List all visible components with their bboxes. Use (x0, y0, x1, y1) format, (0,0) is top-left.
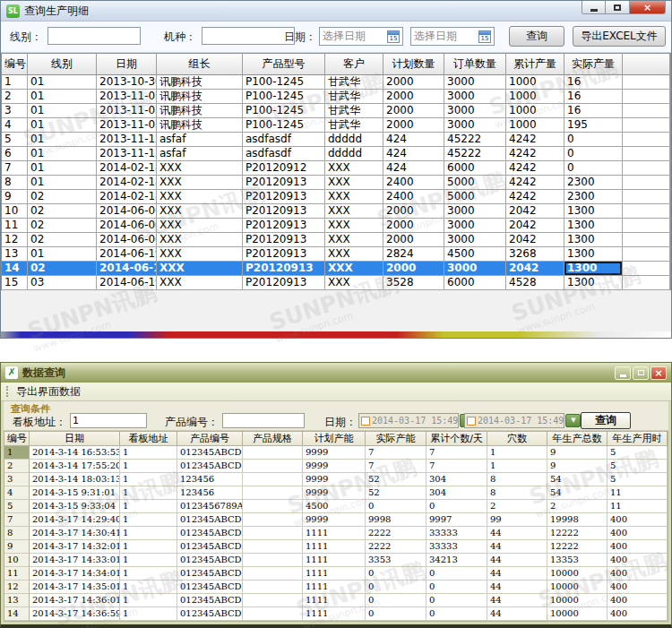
table-cell[interactable]: 7 (426, 460, 487, 473)
table-cell[interactable]: XXX (325, 276, 383, 290)
table-cell[interactable]: 7 (2, 161, 28, 176)
table-cell[interactable]: 13353 (547, 554, 607, 567)
table-cell[interactable]: 1 (120, 581, 177, 594)
table-cell[interactable]: 3000 (444, 90, 506, 104)
column-header[interactable] (623, 54, 670, 75)
table-cell[interactable]: XXX (325, 262, 383, 276)
table-cell[interactable]: 2014-06-19 (97, 262, 157, 276)
table-cell[interactable]: 3 (2, 104, 28, 118)
table-cell[interactable]: 02 (28, 219, 97, 233)
table-cell[interactable]: P20120913 (243, 176, 325, 190)
table-cell[interactable]: 44 (487, 554, 547, 567)
table-cell[interactable]: 12 (4, 581, 30, 594)
table-row[interactable]: 14022014-06-19XXXP20120913XXX20003000204… (2, 262, 670, 276)
table-row[interactable]: 1012013-10-30讯鹏科技P100-1245甘武华20003000100… (2, 75, 670, 90)
table-cell[interactable]: 012345ABCDE (177, 540, 243, 554)
table-cell[interactable]: 2014-3-17 14:35:01 (30, 581, 120, 594)
table-cell[interactable]: XXX (157, 176, 243, 190)
table-cell[interactable]: P20120913 (243, 276, 325, 290)
table-cell[interactable] (243, 607, 303, 621)
table-cell[interactable]: 424 (383, 133, 444, 147)
table-cell[interactable]: 400 (607, 581, 668, 594)
column-header[interactable]: 年生产总数 (547, 432, 607, 446)
table-cell[interactable]: 1300 (564, 247, 623, 262)
column-header[interactable]: 客户 (325, 54, 383, 75)
table-cell[interactable]: 012345ABCDE (177, 567, 243, 581)
table-cell[interactable]: XXX (157, 190, 243, 204)
table-cell[interactable]: 44 (487, 540, 547, 554)
table-cell[interactable]: 2014-3-15 9:33:04 (30, 500, 120, 513)
table-cell[interactable]: 4500 (303, 500, 366, 513)
table-row[interactable]: 122014-3-17 14:35:011012345ABCDE11110044… (4, 581, 668, 594)
column-header[interactable]: 累计个数/天 (426, 432, 487, 446)
query-button[interactable]: 查询 (509, 26, 564, 47)
table-cell[interactable]: P20120913 (243, 233, 325, 247)
table-cell[interactable]: 10 (4, 554, 30, 567)
table-cell[interactable]: 304 (426, 486, 487, 500)
table-cell[interactable]: XXX (325, 190, 383, 204)
table-cell[interactable]: P20120913 (243, 204, 325, 219)
table-cell[interactable]: 5 (2, 133, 28, 147)
table-row[interactable]: 7012014-02-18XXXP20120912XXX424600042420 (2, 161, 670, 176)
dropdown-arrow-icon[interactable]: ▼ (565, 414, 581, 427)
table-cell[interactable]: 4242 (506, 147, 564, 161)
table-cell[interactable]: 4242 (506, 176, 564, 190)
table-cell[interactable]: 400 (607, 594, 668, 607)
table-cell[interactable]: 195 (564, 118, 623, 133)
table-cell[interactable]: 400 (607, 513, 668, 527)
column-header[interactable]: 产品编号 (177, 432, 243, 446)
column-header[interactable]: 日期 (30, 432, 120, 446)
table-cell[interactable]: 400 (607, 567, 668, 581)
table-row[interactable]: 52014-3-15 9:33:0410123456789A4500002211 (4, 500, 668, 513)
table-cell[interactable]: 2 (4, 460, 30, 473)
column-header[interactable]: 年生产用时 (607, 432, 668, 446)
table-row[interactable]: 142014-3-17 14:36:591012345ABCDE11110044… (4, 607, 668, 621)
column-header[interactable]: 累计产量 (506, 54, 564, 75)
table-cell[interactable]: 0 (426, 594, 487, 607)
close-button[interactable]: × (650, 366, 667, 380)
table-cell[interactable]: 5 (607, 460, 668, 473)
table-cell[interactable]: 0 (426, 500, 487, 513)
table-cell[interactable]: 2014-3-17 14:29:40 (30, 513, 120, 527)
table-cell[interactable] (623, 75, 670, 90)
table-cell[interactable]: 012345ABCDE (177, 513, 243, 527)
table-cell[interactable]: 9999 (303, 460, 366, 473)
table-cell[interactable]: 2000 (383, 75, 444, 90)
table-cell[interactable]: 9 (547, 460, 607, 473)
table-cell[interactable]: XXX (157, 219, 243, 233)
table-cell[interactable]: 01 (28, 247, 97, 262)
table-cell[interactable]: XXX (325, 233, 383, 247)
minimize-button[interactable] (582, 1, 606, 14)
table-cell[interactable]: 45222 (444, 147, 506, 161)
table-cell[interactable]: 3000 (444, 262, 506, 276)
table-cell[interactable]: 44 (487, 607, 547, 621)
table-cell[interactable]: 9999 (303, 486, 366, 500)
table-cell[interactable]: XXX (325, 176, 383, 190)
table-cell[interactable]: 3353 (366, 554, 426, 567)
table-cell[interactable]: 9 (4, 540, 30, 554)
table-cell[interactable]: 12222 (547, 527, 607, 540)
table-cell[interactable] (623, 161, 670, 176)
table-cell[interactable]: 16 (564, 90, 623, 104)
table-cell[interactable]: ddddd (325, 133, 383, 147)
table-cell[interactable] (243, 500, 303, 513)
table-cell[interactable]: 2042 (506, 262, 564, 276)
table-row[interactable]: 11022014-06-06XXXP20120913XXX20003000204… (2, 219, 670, 233)
table-row[interactable]: 72014-3-17 14:29:401012345ABCDE999999989… (4, 513, 668, 527)
table-row[interactable]: 3012013-11-02讯鹏科技P100-1245甘武华20003000100… (2, 104, 670, 118)
table-cell[interactable] (243, 486, 303, 500)
table-cell[interactable]: 012345ABCDE (177, 594, 243, 607)
table-cell[interactable]: 10000 (547, 581, 607, 594)
table-row[interactable]: 132014-3-17 14:36:011012345ABCDE11110044… (4, 594, 668, 607)
table-cell[interactable]: P20120913 (243, 247, 325, 262)
table-cell[interactable]: 1 (120, 513, 177, 527)
table-cell[interactable]: 8 (487, 486, 547, 500)
table-cell[interactable]: 甘武华 (325, 118, 383, 133)
table-cell[interactable]: 424 (383, 161, 444, 176)
table-cell[interactable]: 2 (547, 500, 607, 513)
table-row[interactable]: 8012014-02-18XXXP20120913XXX240050004242… (2, 176, 670, 190)
export-excel-button[interactable]: 导出EXCEL文件 (573, 26, 666, 47)
table-cell[interactable]: 19998 (547, 513, 607, 527)
column-header[interactable]: 计划数量 (383, 54, 444, 75)
board-address-input[interactable] (70, 413, 147, 428)
